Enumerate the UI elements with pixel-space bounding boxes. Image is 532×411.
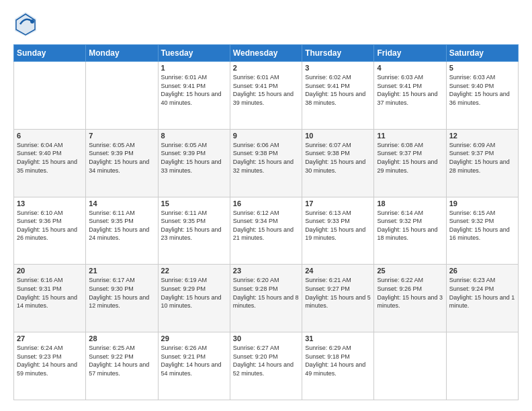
day-info: Sunrise: 6:23 AM Sunset: 9:24 PM Dayligh… bbox=[449, 276, 515, 310]
day-info: Sunrise: 6:19 AM Sunset: 9:29 PM Dayligh… bbox=[161, 276, 227, 310]
day-number: 16 bbox=[233, 199, 299, 208]
calendar-cell: 7Sunrise: 6:05 AM Sunset: 9:39 PM Daylig… bbox=[86, 129, 158, 197]
calendar-cell: 2Sunrise: 6:01 AM Sunset: 9:41 PM Daylig… bbox=[230, 62, 302, 130]
week-row-3: 13Sunrise: 6:10 AM Sunset: 9:36 PM Dayli… bbox=[14, 197, 519, 265]
calendar-cell: 4Sunrise: 6:03 AM Sunset: 9:41 PM Daylig… bbox=[374, 62, 446, 130]
day-number: 21 bbox=[89, 267, 154, 275]
calendar-cell: 19Sunrise: 6:15 AM Sunset: 9:32 PM Dayli… bbox=[446, 197, 518, 265]
week-row-1: 1Sunrise: 6:01 AM Sunset: 9:41 PM Daylig… bbox=[14, 62, 519, 130]
calendar-cell: 13Sunrise: 6:10 AM Sunset: 9:36 PM Dayli… bbox=[14, 197, 86, 265]
day-info: Sunrise: 6:05 AM Sunset: 9:39 PM Dayligh… bbox=[161, 141, 227, 175]
day-number: 7 bbox=[89, 132, 154, 140]
calendar-cell: 24Sunrise: 6:21 AM Sunset: 9:27 PM Dayli… bbox=[302, 265, 374, 332]
calendar-cell: 16Sunrise: 6:12 AM Sunset: 9:34 PM Dayli… bbox=[230, 197, 302, 265]
day-info: Sunrise: 6:22 AM Sunset: 9:26 PM Dayligh… bbox=[377, 276, 443, 310]
day-info: Sunrise: 6:05 AM Sunset: 9:39 PM Dayligh… bbox=[89, 141, 154, 175]
header bbox=[13, 11, 519, 38]
day-info: Sunrise: 6:13 AM Sunset: 9:33 PM Dayligh… bbox=[305, 209, 371, 242]
weekday-header-thursday: Thursday bbox=[302, 45, 374, 62]
day-number: 24 bbox=[305, 267, 371, 275]
calendar-table: SundayMondayTuesdayWednesdayThursdayFrid… bbox=[13, 44, 519, 400]
calendar-cell: 11Sunrise: 6:08 AM Sunset: 9:37 PM Dayli… bbox=[374, 129, 446, 197]
weekday-header-tuesday: Tuesday bbox=[158, 45, 230, 62]
day-info: Sunrise: 6:07 AM Sunset: 9:38 PM Dayligh… bbox=[305, 141, 371, 175]
day-number: 25 bbox=[377, 267, 443, 275]
day-number: 23 bbox=[233, 267, 299, 275]
calendar-cell: 28Sunrise: 6:25 AM Sunset: 9:22 PM Dayli… bbox=[86, 332, 158, 400]
calendar-cell: 14Sunrise: 6:11 AM Sunset: 9:35 PM Dayli… bbox=[86, 197, 158, 265]
weekday-header-sunday: Sunday bbox=[14, 45, 86, 62]
svg-point-2 bbox=[30, 19, 34, 24]
weekday-header-wednesday: Wednesday bbox=[230, 45, 302, 62]
day-number: 4 bbox=[377, 64, 443, 72]
week-row-2: 6Sunrise: 6:04 AM Sunset: 9:40 PM Daylig… bbox=[14, 129, 519, 197]
calendar-cell: 12Sunrise: 6:09 AM Sunset: 9:37 PM Dayli… bbox=[446, 129, 518, 197]
svg-marker-0 bbox=[15, 12, 36, 36]
week-row-4: 20Sunrise: 6:16 AM Sunset: 9:31 PM Dayli… bbox=[14, 265, 519, 332]
day-number: 8 bbox=[161, 132, 227, 140]
day-info: Sunrise: 6:26 AM Sunset: 9:21 PM Dayligh… bbox=[161, 344, 227, 377]
calendar-cell bbox=[14, 62, 86, 130]
day-info: Sunrise: 6:11 AM Sunset: 9:35 PM Dayligh… bbox=[89, 209, 154, 242]
day-number: 3 bbox=[305, 64, 371, 72]
calendar-cell: 9Sunrise: 6:06 AM Sunset: 9:38 PM Daylig… bbox=[230, 129, 302, 197]
day-info: Sunrise: 6:15 AM Sunset: 9:32 PM Dayligh… bbox=[449, 209, 515, 242]
day-info: Sunrise: 6:02 AM Sunset: 9:41 PM Dayligh… bbox=[305, 73, 371, 107]
logo-icon bbox=[13, 11, 38, 38]
day-info: Sunrise: 6:21 AM Sunset: 9:27 PM Dayligh… bbox=[305, 276, 371, 310]
calendar-cell bbox=[374, 332, 446, 400]
calendar-cell bbox=[86, 62, 158, 130]
calendar-cell: 23Sunrise: 6:20 AM Sunset: 9:28 PM Dayli… bbox=[230, 265, 302, 332]
calendar-cell: 6Sunrise: 6:04 AM Sunset: 9:40 PM Daylig… bbox=[14, 129, 86, 197]
day-info: Sunrise: 6:20 AM Sunset: 9:28 PM Dayligh… bbox=[233, 276, 299, 310]
day-info: Sunrise: 6:06 AM Sunset: 9:38 PM Dayligh… bbox=[233, 141, 299, 175]
day-number: 27 bbox=[17, 334, 83, 342]
day-info: Sunrise: 6:27 AM Sunset: 9:20 PM Dayligh… bbox=[233, 344, 299, 377]
page: SundayMondayTuesdayWednesdayThursdayFrid… bbox=[0, 0, 532, 411]
calendar-cell: 30Sunrise: 6:27 AM Sunset: 9:20 PM Dayli… bbox=[230, 332, 302, 400]
weekday-header-saturday: Saturday bbox=[446, 45, 518, 62]
day-number: 10 bbox=[305, 132, 371, 140]
calendar-cell: 22Sunrise: 6:19 AM Sunset: 9:29 PM Dayli… bbox=[158, 265, 230, 332]
calendar-cell: 17Sunrise: 6:13 AM Sunset: 9:33 PM Dayli… bbox=[302, 197, 374, 265]
day-number: 5 bbox=[449, 64, 515, 72]
day-info: Sunrise: 6:01 AM Sunset: 9:41 PM Dayligh… bbox=[161, 73, 227, 107]
calendar-cell: 8Sunrise: 6:05 AM Sunset: 9:39 PM Daylig… bbox=[158, 129, 230, 197]
calendar-cell: 27Sunrise: 6:24 AM Sunset: 9:23 PM Dayli… bbox=[14, 332, 86, 400]
day-info: Sunrise: 6:03 AM Sunset: 9:41 PM Dayligh… bbox=[377, 73, 443, 107]
day-info: Sunrise: 6:25 AM Sunset: 9:22 PM Dayligh… bbox=[89, 344, 154, 377]
calendar-cell: 1Sunrise: 6:01 AM Sunset: 9:41 PM Daylig… bbox=[158, 62, 230, 130]
day-number: 9 bbox=[233, 132, 299, 140]
day-number: 15 bbox=[161, 199, 227, 208]
day-number: 18 bbox=[377, 199, 443, 208]
day-info: Sunrise: 6:01 AM Sunset: 9:41 PM Dayligh… bbox=[233, 73, 299, 107]
weekday-header-friday: Friday bbox=[374, 45, 446, 62]
day-number: 29 bbox=[161, 334, 227, 342]
weekday-header-row: SundayMondayTuesdayWednesdayThursdayFrid… bbox=[14, 45, 519, 62]
day-number: 17 bbox=[305, 199, 371, 208]
day-number: 19 bbox=[449, 199, 515, 208]
day-number: 14 bbox=[89, 199, 154, 208]
day-info: Sunrise: 6:17 AM Sunset: 9:30 PM Dayligh… bbox=[89, 276, 154, 310]
day-info: Sunrise: 6:10 AM Sunset: 9:36 PM Dayligh… bbox=[17, 209, 83, 242]
calendar-cell: 25Sunrise: 6:22 AM Sunset: 9:26 PM Dayli… bbox=[374, 265, 446, 332]
calendar-cell: 31Sunrise: 6:29 AM Sunset: 9:18 PM Dayli… bbox=[302, 332, 374, 400]
day-number: 11 bbox=[377, 132, 443, 140]
day-info: Sunrise: 6:16 AM Sunset: 9:31 PM Dayligh… bbox=[17, 276, 83, 310]
day-info: Sunrise: 6:09 AM Sunset: 9:37 PM Dayligh… bbox=[449, 141, 515, 175]
day-info: Sunrise: 6:29 AM Sunset: 9:18 PM Dayligh… bbox=[305, 344, 371, 377]
calendar-cell: 29Sunrise: 6:26 AM Sunset: 9:21 PM Dayli… bbox=[158, 332, 230, 400]
weekday-header-monday: Monday bbox=[86, 45, 158, 62]
day-number: 30 bbox=[233, 334, 299, 342]
day-number: 13 bbox=[17, 199, 83, 208]
week-row-5: 27Sunrise: 6:24 AM Sunset: 9:23 PM Dayli… bbox=[14, 332, 519, 400]
day-number: 22 bbox=[161, 267, 227, 275]
day-info: Sunrise: 6:11 AM Sunset: 9:35 PM Dayligh… bbox=[161, 209, 227, 242]
day-info: Sunrise: 6:24 AM Sunset: 9:23 PM Dayligh… bbox=[17, 344, 83, 377]
calendar-cell: 26Sunrise: 6:23 AM Sunset: 9:24 PM Dayli… bbox=[446, 265, 518, 332]
calendar-cell: 18Sunrise: 6:14 AM Sunset: 9:32 PM Dayli… bbox=[374, 197, 446, 265]
calendar-cell: 20Sunrise: 6:16 AM Sunset: 9:31 PM Dayli… bbox=[14, 265, 86, 332]
day-number: 6 bbox=[17, 132, 83, 140]
day-number: 31 bbox=[305, 334, 371, 342]
day-number: 28 bbox=[89, 334, 154, 342]
